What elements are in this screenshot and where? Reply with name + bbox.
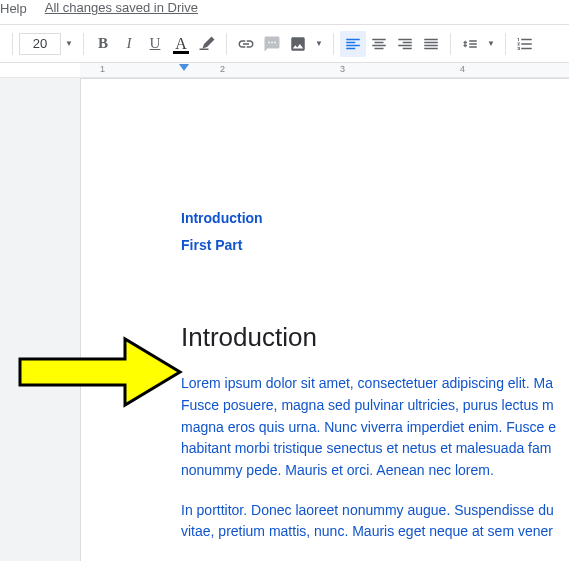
ruler-num: 2 — [220, 64, 225, 74]
highlight-button[interactable] — [194, 31, 220, 57]
text-color-button[interactable]: A — [168, 31, 194, 57]
bold-button[interactable]: B — [90, 31, 116, 57]
numbered-list-button[interactable] — [512, 31, 538, 57]
image-dropdown[interactable]: ▼ — [311, 31, 327, 57]
annotation-arrow — [15, 335, 185, 410]
menu-help[interactable]: Help — [0, 0, 27, 16]
font-size-dropdown[interactable]: ▼ — [61, 31, 77, 57]
divider — [450, 33, 451, 55]
divider — [83, 33, 84, 55]
line-spacing-dropdown[interactable]: ▼ — [483, 31, 499, 57]
toolbar: ▼ B I U A ▼ ▼ — [0, 25, 569, 63]
save-status[interactable]: All changes saved in Drive — [45, 0, 198, 15]
divider — [505, 33, 506, 55]
underline-button[interactable]: U — [142, 31, 168, 57]
insert-comment-button[interactable] — [259, 31, 285, 57]
align-center-button[interactable] — [366, 31, 392, 57]
divider — [226, 33, 227, 55]
paragraph[interactable]: In porttitor. Donec laoreet nonummy augu… — [181, 500, 561, 543]
ruler[interactable]: 1 2 3 4 — [0, 63, 569, 78]
document-page[interactable]: Introduction First Part Introduction Lor… — [80, 78, 569, 561]
align-justify-button[interactable] — [418, 31, 444, 57]
ruler-num: 4 — [460, 64, 465, 74]
heading-introduction[interactable]: Introduction — [181, 322, 569, 353]
insert-image-button[interactable] — [285, 31, 311, 57]
align-right-button[interactable] — [392, 31, 418, 57]
italic-button[interactable]: I — [116, 31, 142, 57]
insert-link-button[interactable] — [233, 31, 259, 57]
svg-marker-0 — [179, 64, 189, 71]
ruler-num: 1 — [100, 64, 105, 74]
paragraph[interactable]: Lorem ipsum dolor sit amet, consectetuer… — [181, 373, 561, 481]
toc-link-introduction[interactable]: Introduction — [181, 205, 569, 232]
divider — [333, 33, 334, 55]
indent-marker[interactable] — [179, 64, 189, 71]
font-size-input[interactable] — [19, 33, 61, 55]
line-spacing-button[interactable] — [457, 31, 483, 57]
divider — [12, 33, 13, 55]
ruler-num: 3 — [340, 64, 345, 74]
toc-link-first-part[interactable]: First Part — [181, 232, 569, 259]
svg-marker-1 — [20, 339, 180, 405]
align-left-button[interactable] — [340, 31, 366, 57]
